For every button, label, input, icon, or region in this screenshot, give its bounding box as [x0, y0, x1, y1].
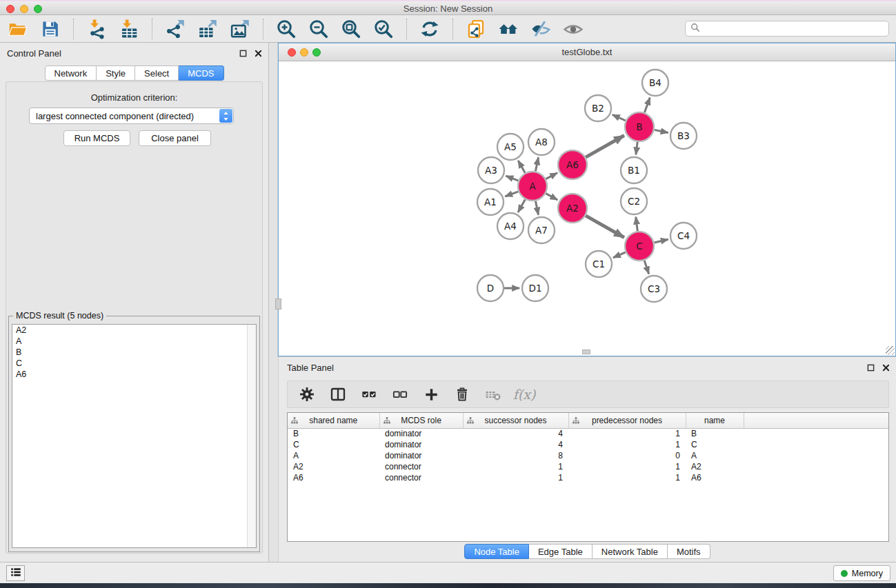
- float-table-panel-icon[interactable]: [866, 363, 875, 372]
- node-C[interactable]: C: [625, 232, 654, 261]
- mcds-result-item[interactable]: B: [12, 347, 256, 358]
- delete-row-icon[interactable]: [452, 385, 472, 404]
- cell[interactable]: 1: [568, 439, 686, 450]
- node-A2[interactable]: A2: [558, 194, 587, 223]
- mcds-result-item[interactable]: A2: [12, 325, 256, 336]
- edge-A6-B[interactable]: [586, 136, 624, 158]
- zoom-selected-icon[interactable]: [371, 17, 396, 41]
- tab-node-table[interactable]: Node Table: [464, 544, 529, 559]
- node-A3[interactable]: A3: [478, 157, 504, 183]
- node-A7[interactable]: A7: [528, 217, 555, 243]
- edge-B-B2[interactable]: [613, 114, 626, 121]
- cell[interactable]: 1: [463, 461, 568, 472]
- cell[interactable]: A: [288, 450, 379, 461]
- tab-style[interactable]: Style: [97, 65, 135, 81]
- edge-B-B3[interactable]: [655, 130, 668, 132]
- edge-A-A3[interactable]: [506, 176, 518, 181]
- cell[interactable]: A: [686, 450, 744, 461]
- export-image-icon[interactable]: [228, 17, 252, 41]
- cell[interactable]: 1: [568, 461, 686, 472]
- column-header-predecessor-nodes[interactable]: predecessor nodes: [568, 413, 686, 428]
- tab-network-table[interactable]: Network Table: [593, 544, 668, 559]
- memory-button[interactable]: Memory: [833, 565, 890, 581]
- search-input[interactable]: [704, 24, 884, 34]
- cell[interactable]: dominator: [379, 450, 463, 461]
- import-table-icon[interactable]: [117, 17, 141, 41]
- close-panel-button[interactable]: Close panel: [139, 130, 211, 146]
- node-A[interactable]: A: [518, 172, 547, 201]
- cell[interactable]: dominator: [379, 439, 463, 450]
- save-session-icon[interactable]: [38, 17, 63, 41]
- cell[interactable]: connector: [379, 461, 463, 472]
- horizontal-scroll-thumb[interactable]: [582, 349, 590, 354]
- node-C2[interactable]: C2: [621, 188, 647, 214]
- cell[interactable]: 1: [568, 472, 686, 483]
- node-D1[interactable]: D1: [522, 275, 548, 301]
- zoom-fit-icon[interactable]: [339, 17, 364, 41]
- node-C4[interactable]: C4: [670, 223, 697, 249]
- node-B4[interactable]: B4: [642, 70, 668, 96]
- column-header-successor-nodes[interactable]: successor nodes: [463, 413, 568, 428]
- cell[interactable]: 4: [463, 439, 568, 450]
- edge-C-C3[interactable]: [644, 261, 649, 274]
- import-network-icon[interactable]: [84, 17, 109, 41]
- result-scrollbar[interactable]: [247, 325, 256, 547]
- node-B[interactable]: B: [625, 112, 654, 141]
- deselect-all-checkboxes-icon[interactable]: [390, 385, 410, 404]
- node-B1[interactable]: B1: [621, 157, 647, 183]
- edge-A-A1[interactable]: [505, 192, 518, 196]
- cell[interactable]: A6: [686, 472, 744, 483]
- mcds-result-item[interactable]: A6: [12, 369, 256, 380]
- refresh-icon[interactable]: [417, 17, 442, 41]
- network-window-titlebar[interactable]: testGlobe.txt: [279, 43, 895, 61]
- node-D[interactable]: D: [477, 275, 504, 301]
- cell[interactable]: connector: [379, 472, 463, 483]
- open-session-icon[interactable]: [6, 17, 30, 41]
- add-row-icon[interactable]: [421, 385, 441, 404]
- vertical-scroll-thumb[interactable]: [275, 298, 281, 310]
- cell[interactable]: 4: [463, 428, 568, 439]
- node-A1[interactable]: A1: [477, 189, 504, 215]
- edge-A-A7[interactable]: [535, 201, 538, 215]
- edge-A-A2[interactable]: [546, 194, 557, 200]
- edge-C-C2[interactable]: [636, 217, 638, 232]
- cell[interactable]: A2: [288, 461, 379, 472]
- cell[interactable]: 8: [463, 450, 568, 461]
- node-A5[interactable]: A5: [497, 134, 524, 160]
- close-table-panel-icon[interactable]: [882, 363, 890, 372]
- search-box[interactable]: [685, 21, 889, 37]
- cell[interactable]: 1: [568, 428, 686, 439]
- node-B2[interactable]: B2: [585, 95, 611, 121]
- edge-A-A6[interactable]: [546, 173, 557, 179]
- export-network-icon[interactable]: [163, 17, 188, 41]
- cell[interactable]: C: [686, 439, 744, 450]
- cell[interactable]: dominator: [379, 428, 463, 439]
- node-C3[interactable]: C3: [641, 276, 667, 302]
- edge-C-C1[interactable]: [613, 252, 626, 258]
- edge-C-C4[interactable]: [654, 239, 668, 243]
- edge-B-B4[interactable]: [644, 98, 650, 113]
- node-B3[interactable]: B3: [670, 123, 697, 149]
- column-header-MCDS-role[interactable]: MCDS role: [379, 413, 463, 428]
- tab-network[interactable]: Network: [44, 65, 97, 81]
- hide-graphics-details-icon[interactable]: [528, 17, 553, 41]
- zoom-out-icon[interactable]: [306, 17, 331, 41]
- node-A6[interactable]: A6: [558, 150, 587, 179]
- select-all-checkboxes-icon[interactable]: [359, 385, 379, 404]
- cell[interactable]: A2: [686, 461, 744, 472]
- node-C1[interactable]: C1: [586, 251, 612, 277]
- cell[interactable]: 0: [568, 450, 686, 461]
- edge-A-A8[interactable]: [535, 157, 538, 171]
- zoom-in-icon[interactable]: [274, 17, 299, 41]
- edge-A-A4[interactable]: [518, 199, 525, 212]
- cell[interactable]: A6: [288, 472, 379, 483]
- resize-grip[interactable]: [886, 346, 895, 355]
- column-header-shared-name[interactable]: shared name: [288, 413, 379, 428]
- criterion-dropdown[interactable]: largest connected component (directed): [29, 108, 234, 124]
- task-history-button[interactable]: [6, 565, 25, 581]
- duplicate-network-icon[interactable]: [464, 17, 488, 41]
- edge-A-A5[interactable]: [518, 161, 525, 173]
- toggle-columns-icon[interactable]: [328, 385, 348, 404]
- tab-motifs[interactable]: Motifs: [668, 544, 710, 559]
- edge-A2-C[interactable]: [586, 216, 624, 238]
